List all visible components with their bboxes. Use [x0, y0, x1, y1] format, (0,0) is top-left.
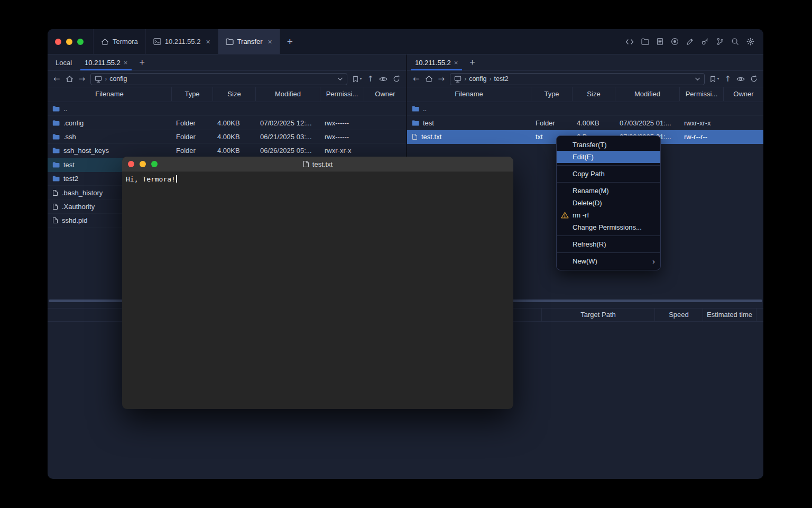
file-text-icon[interactable] [657, 38, 663, 46]
right-bookmark-button[interactable]: ▾ [710, 76, 719, 83]
app-tab-label: Transfer [237, 38, 263, 46]
chevron-down-icon[interactable] [337, 77, 343, 81]
filename-cell: .. [48, 105, 172, 113]
app-tab-10-211-55-2[interactable]: 10.211.55.2× [146, 29, 218, 54]
titlebar[interactable]: Termora10.211.55.2×Transfer× + [48, 29, 763, 55]
app-tab-transfer[interactable]: Transfer× [218, 29, 280, 54]
editor-titlebar[interactable]: test.txt [122, 157, 513, 172]
right-show-hidden-button[interactable] [736, 76, 745, 82]
pencil-icon[interactable] [686, 38, 694, 46]
right-back-button[interactable]: ← [413, 75, 420, 83]
menu-item-rename-m[interactable]: Rename(M) [557, 185, 660, 197]
breadcrumb-segment-config[interactable]: config [109, 75, 127, 83]
key-icon[interactable] [701, 38, 709, 46]
left-column-header-type[interactable]: Type [172, 87, 213, 101]
left-bookmark-button[interactable]: ▾ [353, 76, 362, 83]
minimize-window-button[interactable] [66, 39, 72, 45]
left-column-header-size[interactable]: Size [213, 87, 256, 101]
editor-close-button[interactable] [128, 161, 134, 167]
right-column-header-filename[interactable]: Filename [407, 87, 531, 101]
menu-item-rm-rf[interactable]: rm -rf [557, 209, 660, 221]
pane-tab-label: 10.211.55.2 [85, 59, 121, 67]
right-file-row-test[interactable]: testFolder4.00KB07/03/2025 01:...rwxr-xr… [407, 116, 763, 130]
breadcrumb-segment-test2[interactable]: test2 [494, 75, 509, 83]
right-new-pane-tab-button[interactable]: + [464, 55, 481, 70]
new-app-tab-button[interactable]: + [280, 29, 300, 54]
left-column-header-owner[interactable]: Owner [364, 87, 406, 101]
chevron-down-icon[interactable] [695, 77, 700, 81]
editor-zoom-button[interactable] [151, 161, 158, 167]
left-home-button[interactable] [66, 75, 73, 83]
type-cell: Folder [172, 119, 213, 127]
left-column-header-permissi[interactable]: Permissi... [320, 87, 364, 101]
menu-item-copy-path[interactable]: Copy Path [557, 168, 660, 180]
close-tab-icon[interactable]: × [206, 38, 210, 46]
menu-item-edit-e[interactable]: Edit(E) [557, 151, 660, 163]
left-column-header-modified[interactable]: Modified [256, 87, 320, 101]
left-path-bar[interactable]: ›config [90, 73, 347, 85]
editor-content[interactable]: Hi, Termora! [122, 172, 513, 186]
editor-minimize-button[interactable] [140, 161, 146, 167]
code-icon[interactable] [625, 38, 634, 46]
close-tab-icon[interactable]: × [124, 59, 128, 67]
bookmark-caret-icon: ▾ [717, 77, 719, 81]
left-pane-tab-10-211-55-2[interactable]: 10.211.55.2× [78, 55, 134, 70]
zoom-window-button[interactable] [77, 39, 84, 45]
menu-separator [557, 252, 660, 253]
left-file-row-item[interactable]: .. [48, 102, 406, 116]
filename-text: .ssh [63, 133, 76, 141]
app-tab-termora[interactable]: Termora [93, 29, 146, 54]
menu-item-label: Copy Path [573, 170, 655, 178]
folder-icon [52, 176, 60, 182]
branch-icon[interactable] [716, 38, 724, 46]
right-column-header-modified[interactable]: Modified [615, 87, 680, 101]
right-home-button[interactable] [425, 75, 433, 83]
filename-text: .. [423, 105, 427, 113]
transfer-column-estimated-time: Estimated time [703, 309, 756, 321]
left-file-row-config[interactable]: .configFolder4.00KB07/02/2025 12:...rwx-… [48, 116, 406, 130]
menu-item-transfer-t[interactable]: Transfer(T) [557, 139, 660, 151]
menu-item-refresh-r[interactable]: Refresh(R) [557, 238, 660, 250]
gear-icon[interactable] [746, 38, 754, 46]
menu-item-new-w[interactable]: New(W)› [557, 255, 660, 267]
right-column-header-size[interactable]: Size [573, 87, 615, 101]
right-file-row-item[interactable]: .. [407, 102, 763, 116]
right-column-header-type[interactable]: Type [531, 87, 573, 101]
left-pane-tab-local[interactable]: Local [49, 55, 78, 70]
folder-icon[interactable] [641, 38, 649, 45]
left-file-row-ssh[interactable]: .sshFolder4.00KB06/21/2025 03:...rwx----… [48, 130, 406, 144]
close-window-button[interactable] [55, 39, 61, 45]
menu-item-change-permissions[interactable]: Change Permissions... [557, 221, 660, 233]
filename-cell: .ssh [48, 133, 172, 141]
close-tab-icon[interactable]: × [268, 38, 272, 46]
right-pane-tab-10-211-55-2[interactable]: 10.211.55.2× [409, 55, 464, 70]
close-tab-icon[interactable]: × [454, 59, 458, 67]
file-icon [52, 189, 58, 196]
menu-item-label: Transfer(T) [573, 141, 655, 149]
left-show-hidden-button[interactable] [379, 76, 387, 82]
left-back-button[interactable]: ← [53, 75, 60, 83]
menu-item-delete-d[interactable]: Delete(D) [557, 197, 660, 209]
right-forward-button[interactable]: → [438, 75, 445, 83]
search-icon[interactable] [731, 38, 739, 46]
record-icon[interactable] [671, 38, 679, 46]
file-icon [412, 133, 418, 140]
size-cell: 4.00KB [573, 119, 615, 127]
left-forward-button[interactable]: → [79, 75, 86, 83]
context-menu: Transfer(T)Edit(E)Copy PathRename(M)Dele… [556, 135, 661, 270]
filename-text: test2 [63, 175, 78, 183]
right-path-bar[interactable]: ›config›test2 [450, 73, 705, 85]
right-up-directory-button[interactable]: ↑ [724, 75, 731, 83]
warning-icon [561, 212, 573, 219]
type-cell: Folder [172, 147, 213, 155]
breadcrumb-segment-config[interactable]: config [469, 75, 486, 83]
right-column-header-permissi[interactable]: Permissi... [680, 87, 724, 101]
left-file-row-ssh-host-keys[interactable]: ssh_host_keysFolder4.00KB06/26/2025 05:.… [48, 144, 406, 158]
left-toolbar: ← → ›config ▾ ↑ [48, 71, 406, 87]
left-new-pane-tab-button[interactable]: + [134, 55, 150, 70]
right-column-header-owner[interactable]: Owner [724, 87, 763, 101]
left-column-header-filename[interactable]: Filename [48, 87, 172, 101]
right-refresh-button[interactable] [750, 75, 758, 83]
left-up-directory-button[interactable]: ↑ [367, 75, 374, 83]
left-refresh-button[interactable] [393, 75, 400, 83]
